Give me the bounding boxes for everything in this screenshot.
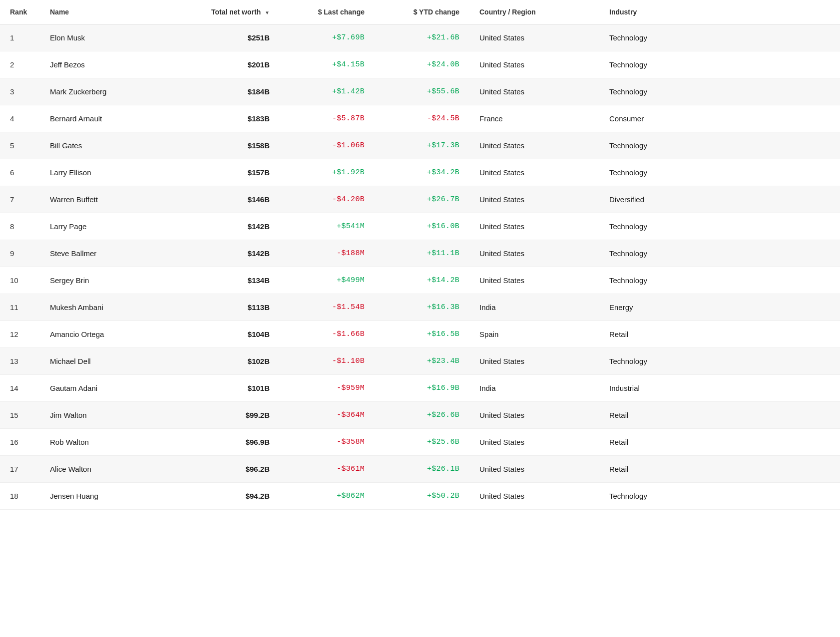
country-cell: United States: [469, 483, 599, 510]
industry-cell: Industrial: [599, 375, 840, 402]
table-row: 2 Jeff Bezos $201B +$4.15B +$24.0B Unite…: [0, 51, 840, 78]
networth-cell: $96.9B: [170, 429, 280, 456]
networth-column-header[interactable]: Total net worth ▼: [170, 0, 280, 24]
table-row: 1 Elon Musk $251B +$7.69B +$21.6B United…: [0, 24, 840, 51]
ytdchange-cell: +$16.5B: [375, 321, 469, 348]
lastchange-cell: -$361M: [280, 456, 375, 483]
table-row: 3 Mark Zuckerberg $184B +$1.42B +$55.6B …: [0, 78, 840, 105]
networth-cell: $96.2B: [170, 456, 280, 483]
networth-cell: $146B: [170, 186, 280, 213]
industry-column-header: Industry: [599, 0, 840, 24]
rank-cell: 15: [0, 402, 40, 429]
industry-cell: Technology: [599, 483, 840, 510]
country-cell: India: [469, 294, 599, 321]
rank-cell: 3: [0, 78, 40, 105]
table-row: 4 Bernard Arnault $183B -$5.87B -$24.5B …: [0, 105, 840, 132]
name-cell: Jeff Bezos: [40, 51, 170, 78]
ytdchange-cell: +$24.0B: [375, 51, 469, 78]
lastchange-cell: +$499M: [280, 267, 375, 294]
country-cell: France: [469, 105, 599, 132]
name-cell: Warren Buffett: [40, 186, 170, 213]
rank-cell: 10: [0, 267, 40, 294]
table-row: 15 Jim Walton $99.2B -$364M +$26.6B Unit…: [0, 402, 840, 429]
rank-cell: 2: [0, 51, 40, 78]
table-row: 13 Michael Dell $102B -$1.10B +$23.4B Un…: [0, 348, 840, 375]
name-cell: Larry Ellison: [40, 159, 170, 186]
rank-cell: 11: [0, 294, 40, 321]
name-cell: Jim Walton: [40, 402, 170, 429]
rank-cell: 9: [0, 240, 40, 267]
lastchange-cell: -$364M: [280, 402, 375, 429]
networth-cell: $201B: [170, 51, 280, 78]
lastchange-cell: -$5.87B: [280, 105, 375, 132]
country-cell: United States: [469, 78, 599, 105]
name-cell: Jensen Huang: [40, 483, 170, 510]
table-row: 5 Bill Gates $158B -$1.06B +$17.3B Unite…: [0, 132, 840, 159]
country-cell: United States: [469, 132, 599, 159]
country-cell: United States: [469, 159, 599, 186]
table-row: 18 Jensen Huang $94.2B +$862M +$50.2B Un…: [0, 483, 840, 510]
ytdchange-cell: +$14.2B: [375, 267, 469, 294]
lastchange-cell: -$358M: [280, 429, 375, 456]
table-row: 10 Sergey Brin $134B +$499M +$14.2B Unit…: [0, 267, 840, 294]
ytdchange-cell: +$26.6B: [375, 402, 469, 429]
networth-cell: $102B: [170, 348, 280, 375]
lastchange-cell: +$4.15B: [280, 51, 375, 78]
country-cell: India: [469, 375, 599, 402]
lastchange-cell: -$1.54B: [280, 294, 375, 321]
lastchange-cell: -$4.20B: [280, 186, 375, 213]
ytdchange-column-header: $ YTD change: [375, 0, 469, 24]
country-cell: United States: [469, 429, 599, 456]
name-cell: Bill Gates: [40, 132, 170, 159]
industry-cell: Retail: [599, 429, 840, 456]
rank-cell: 17: [0, 456, 40, 483]
industry-cell: Retail: [599, 321, 840, 348]
networth-cell: $99.2B: [170, 402, 280, 429]
ytdchange-cell: +$50.2B: [375, 483, 469, 510]
country-column-header: Country / Region: [469, 0, 599, 24]
table-row: 14 Gautam Adani $101B -$959M +$16.9B Ind…: [0, 375, 840, 402]
industry-cell: Retail: [599, 402, 840, 429]
name-cell: Mark Zuckerberg: [40, 78, 170, 105]
industry-cell: Technology: [599, 24, 840, 51]
country-cell: Spain: [469, 321, 599, 348]
industry-cell: Technology: [599, 348, 840, 375]
name-cell: Larry Page: [40, 213, 170, 240]
ytdchange-cell: +$55.6B: [375, 78, 469, 105]
lastchange-cell: -$959M: [280, 375, 375, 402]
name-cell: Gautam Adani: [40, 375, 170, 402]
table-row: 9 Steve Ballmer $142B -$188M +$11.1B Uni…: [0, 240, 840, 267]
industry-cell: Technology: [599, 267, 840, 294]
country-cell: United States: [469, 186, 599, 213]
rank-cell: 5: [0, 132, 40, 159]
name-cell: Elon Musk: [40, 24, 170, 51]
ytdchange-cell: +$16.3B: [375, 294, 469, 321]
name-cell: Rob Walton: [40, 429, 170, 456]
ytdchange-cell: +$17.3B: [375, 132, 469, 159]
rank-cell: 6: [0, 159, 40, 186]
industry-cell: Technology: [599, 159, 840, 186]
networth-cell: $113B: [170, 294, 280, 321]
lastchange-cell: -$1.06B: [280, 132, 375, 159]
ytdchange-cell: +$26.1B: [375, 456, 469, 483]
sort-arrow-icon: ▼: [265, 10, 270, 15]
rank-cell: 1: [0, 24, 40, 51]
billionaires-table-container: Rank Name Total net worth ▼ $ Last chang…: [0, 0, 840, 637]
rank-cell: 13: [0, 348, 40, 375]
table-row: 11 Mukesh Ambani $113B -$1.54B +$16.3B I…: [0, 294, 840, 321]
ytdchange-cell: +$11.1B: [375, 240, 469, 267]
country-cell: United States: [469, 51, 599, 78]
industry-cell: Technology: [599, 78, 840, 105]
rank-cell: 8: [0, 213, 40, 240]
ytdchange-cell: +$16.9B: [375, 375, 469, 402]
table-header-row: Rank Name Total net worth ▼ $ Last chang…: [0, 0, 840, 24]
industry-cell: Retail: [599, 456, 840, 483]
ytdchange-cell: +$25.6B: [375, 429, 469, 456]
rank-cell: 12: [0, 321, 40, 348]
industry-cell: Diversified: [599, 186, 840, 213]
name-cell: Michael Dell: [40, 348, 170, 375]
name-cell: Amancio Ortega: [40, 321, 170, 348]
ytdchange-cell: -$24.5B: [375, 105, 469, 132]
ytdchange-cell: +$16.0B: [375, 213, 469, 240]
networth-cell: $101B: [170, 375, 280, 402]
